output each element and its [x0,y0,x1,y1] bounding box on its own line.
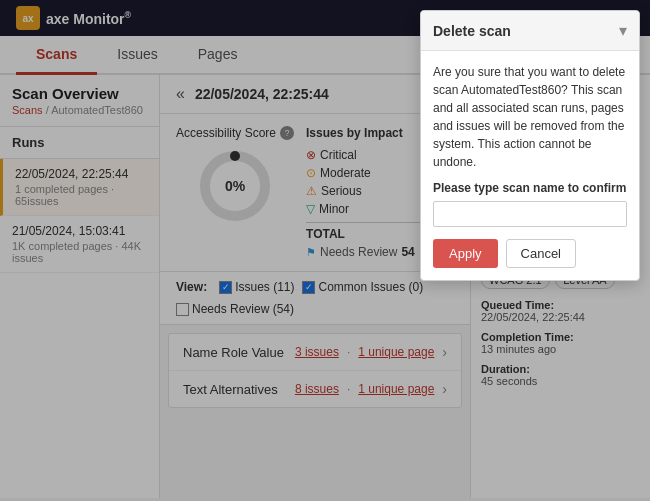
dialog-body: Are you sure that you want to delete sca… [421,51,639,280]
dialog-actions: Apply Cancel [433,239,627,268]
cancel-button[interactable]: Cancel [506,239,576,268]
apply-button[interactable]: Apply [433,239,498,268]
dialog-text: Are you sure that you want to delete sca… [433,63,627,171]
dialog-header: Delete scan ▾ [421,11,639,51]
delete-scan-dialog: Delete scan ▾ Are you sure that you want… [420,10,640,281]
dialog-title: Delete scan [433,23,511,39]
dialog-input-label: Please type scan name to confirm [433,181,627,195]
scan-name-input[interactable] [433,201,627,227]
close-icon[interactable]: ▾ [619,21,627,40]
